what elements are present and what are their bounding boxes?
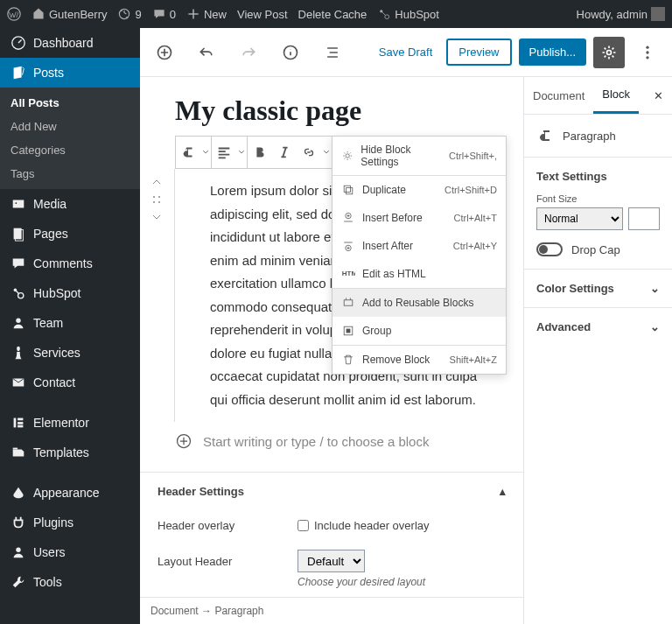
view-post-link[interactable]: View Post	[237, 8, 288, 21]
svg-rect-15	[18, 425, 23, 428]
menu-remove-block[interactable]: Remove BlockShift+Alt+Z	[332, 346, 506, 374]
svg-rect-35	[346, 329, 351, 333]
menu-edit-html[interactable]: HTMLEdit as HTML	[332, 260, 506, 288]
editor-toolbar: Save Draft Preview Publish...	[140, 28, 672, 77]
wp-logo-icon[interactable]	[7, 7, 21, 21]
svg-point-22	[646, 51, 648, 53]
site-name-link[interactable]: GutenBerry	[32, 7, 107, 21]
submenu-add-new[interactable]: Add New	[0, 115, 140, 138]
link-button[interactable]	[297, 137, 321, 168]
save-draft-button[interactable]: Save Draft	[372, 40, 439, 64]
sidebar-elementor[interactable]: Elementor	[0, 408, 140, 438]
menu-insert-after[interactable]: Insert AfterCtrl+Alt+Y	[332, 232, 506, 260]
font-size-select[interactable]: Normal	[536, 207, 623, 230]
sidebar-appearance[interactable]: Appearance	[0, 478, 140, 508]
add-block-button[interactable]	[149, 37, 180, 68]
hubspot-link[interactable]: HubSpot	[377, 7, 439, 21]
menu-hide-settings[interactable]: Hide Block SettingsCtrl+Shift+,	[332, 137, 506, 175]
sidebar-contact[interactable]: Contact	[0, 368, 140, 397]
tab-block[interactable]: Block	[593, 77, 639, 114]
chevron-down-icon: ⌄	[650, 320, 660, 333]
align-dropdown[interactable]	[236, 137, 247, 168]
menu-group[interactable]: Group	[332, 317, 506, 345]
svg-point-10	[16, 319, 20, 323]
settings-button[interactable]	[593, 37, 625, 68]
color-settings-toggle[interactable]: Color Settings⌄	[524, 270, 672, 308]
svg-point-21	[646, 46, 648, 48]
plus-icon	[175, 432, 192, 450]
sidebar-templates[interactable]: Templates	[0, 438, 140, 467]
block-type-label: Paragraph	[563, 130, 616, 143]
howdy-link[interactable]: Howdy, admin	[577, 7, 665, 21]
layout-desc: Choose your desired layout	[140, 576, 523, 588]
sidebar-users[interactable]: Users	[0, 537, 140, 567]
block-type-button[interactable]	[176, 137, 200, 168]
sidebar-plugins[interactable]: Plugins	[0, 508, 140, 537]
svg-point-36	[153, 196, 155, 198]
sidebar-comments[interactable]: Comments	[0, 249, 140, 278]
menu-insert-before[interactable]: Insert BeforeCtrl+Alt+T	[332, 204, 506, 232]
svg-rect-28	[344, 186, 350, 192]
outline-button[interactable]	[317, 37, 348, 68]
submenu-tags[interactable]: Tags	[0, 162, 140, 186]
bold-button[interactable]	[248, 137, 272, 168]
svg-point-38	[153, 201, 155, 203]
sidebar-team[interactable]: Team	[0, 308, 140, 338]
sidebar-pages[interactable]: Pages	[0, 219, 140, 249]
editor-canvas[interactable]: My classic page	[140, 77, 523, 624]
comments-link[interactable]: 0	[152, 7, 176, 21]
layout-label: Layout Header	[158, 555, 280, 568]
sidebar-services[interactable]: Services	[0, 338, 140, 368]
font-size-input[interactable]	[628, 207, 660, 230]
delete-cache-link[interactable]: Delete Cache	[298, 8, 368, 21]
svg-rect-16	[13, 448, 18, 450]
info-button[interactable]	[275, 37, 306, 68]
post-title[interactable]: My classic page	[140, 77, 523, 136]
sidebar-hubspot[interactable]: HubSpot	[0, 278, 140, 308]
meta-header-toggle[interactable]: Header Settings▴	[140, 473, 523, 510]
breadcrumb-document[interactable]: Document	[150, 605, 199, 617]
svg-point-5	[15, 202, 17, 204]
menu-duplicate[interactable]: DuplicateCtrl+Shift+D	[332, 176, 506, 204]
svg-point-23	[646, 56, 648, 59]
updates-link[interactable]: 9	[117, 7, 141, 21]
sidebar-posts-submenu: All Posts Add New Categories Tags	[0, 88, 140, 189]
block-appender[interactable]: Start writing or type / to choose a bloc…	[140, 422, 523, 460]
chevron-up-icon: ▴	[500, 485, 506, 498]
new-link[interactable]: New	[186, 7, 227, 21]
text-settings-heading: Text Settings	[536, 170, 660, 183]
dropcap-label: Drop Cap	[571, 243, 620, 256]
publish-button[interactable]: Publish...	[519, 39, 586, 66]
font-size-label: Font Size	[536, 193, 660, 204]
align-button[interactable]	[212, 137, 236, 168]
undo-button[interactable]	[191, 37, 222, 68]
inspector-sidebar: Document Block ✕ Paragraph Text Settings…	[523, 77, 672, 624]
sidebar-dashboard[interactable]: Dashboard	[0, 28, 140, 58]
block-drag-handle[interactable]	[150, 176, 163, 223]
sidebar-posts[interactable]: Posts	[0, 58, 140, 88]
dropcap-toggle[interactable]	[536, 242, 563, 256]
advanced-toggle[interactable]: Advanced⌄	[524, 308, 672, 346]
avatar-icon	[651, 7, 665, 21]
submenu-categories[interactable]: Categories	[0, 138, 140, 162]
tab-document[interactable]: Document	[524, 79, 593, 113]
svg-point-37	[158, 196, 160, 198]
more-menu-button[interactable]	[632, 37, 663, 68]
overlay-label: Header overlay	[158, 519, 280, 532]
close-inspector-button[interactable]: ✕	[645, 81, 672, 111]
preview-button[interactable]: Preview	[446, 39, 511, 66]
svg-point-17	[16, 548, 20, 552]
menu-add-reusable[interactable]: Add to Reusable Blocks	[332, 289, 506, 317]
block-toolbar: Hide Block SettingsCtrl+Shift+, Duplicat…	[175, 136, 488, 169]
overlay-checkbox[interactable]	[298, 520, 309, 531]
layout-select[interactable]: Default	[298, 550, 365, 572]
italic-button[interactable]	[272, 137, 297, 168]
sidebar-media[interactable]: Media	[0, 189, 140, 219]
breadcrumb-paragraph[interactable]: Paragraph	[214, 605, 263, 617]
block-type-dropdown[interactable]	[200, 137, 211, 168]
svg-rect-29	[346, 188, 353, 194]
redo-button[interactable]	[233, 37, 264, 68]
sidebar-tools[interactable]: Tools	[0, 567, 140, 597]
submenu-all-posts[interactable]: All Posts	[0, 91, 140, 115]
format-dropdown[interactable]	[321, 137, 332, 168]
